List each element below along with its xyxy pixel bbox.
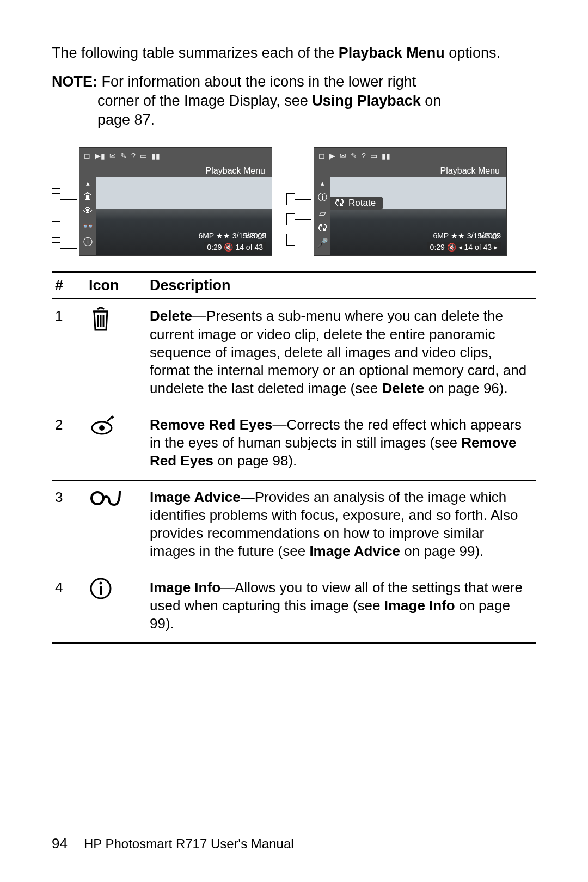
note-line2-pre: corner of the Image Display, see (97, 93, 312, 109)
page-footer: 94 HP Photosmart R717 User's Manual (52, 808, 536, 852)
mail-icon: ✉ (109, 151, 116, 160)
rotate-icon: 🗘 (335, 198, 344, 209)
row-num: 4 (52, 571, 85, 644)
table-row: 2 Remove Red Eyes—Corrects the red effec… (52, 408, 536, 480)
options-table: # Icon Description 1 (52, 271, 536, 644)
row-num: 2 (52, 408, 85, 480)
callouts-right (286, 147, 311, 246)
overlay-bottom: 0:29 🔇 14 of 43 (204, 242, 266, 252)
header-icon: Icon (85, 272, 146, 299)
manual-page: The following table summarizes each of t… (0, 0, 588, 882)
overlay-mid: 6MP ★★ 3/15/2005 (198, 231, 266, 240)
panorama-icon: ▱ (319, 207, 326, 219)
row-desc: Remove Red Eyes—Corrects the red effect … (146, 408, 536, 480)
glasses-icon (85, 480, 146, 571)
help-icon: ? (362, 151, 366, 160)
info-icon: ⓘ (318, 191, 327, 204)
intro-pre: The following table summarizes each of t… (52, 45, 339, 61)
setup-icon: ✎ (351, 151, 357, 160)
play-icon: ▶ (329, 151, 335, 160)
rotate-highlight: 🗘 Rotate (330, 197, 383, 210)
lcd-title: Playback Menu (314, 164, 506, 177)
footer-title: HP Photosmart R717 User's Manual (84, 836, 294, 852)
sd-icon: ▭ (370, 151, 377, 160)
row-desc: Image Info—Allows you to view all of the… (146, 571, 536, 644)
overlay-bottom: 0:29 🔇 ◂ 14 of 43 ▸ (427, 242, 501, 252)
glasses-icon: 👓 (82, 220, 94, 232)
table-row: 1 Delete—Presents a sub-menu where you c… (52, 299, 536, 408)
setup-icon: ✎ (120, 151, 127, 160)
help-icon: ? (131, 151, 136, 160)
svg-point-1 (99, 425, 105, 431)
lcd-screenshot-1: ◻ ▶▮ ✉ ✎ ? ▭ ▮▮ Playback Menu ▴ 🗑 👁 (79, 147, 272, 256)
header-desc: Description (146, 272, 536, 299)
rotate-icon: 🗘 (318, 223, 327, 234)
screenshot-row: ◻ ▶▮ ✉ ✎ ? ▭ ▮▮ Playback Menu ▴ 🗑 👁 (52, 147, 536, 256)
note-paragraph: NOTE: For information about the icons in… (52, 72, 536, 130)
note-line3: page 87. (97, 111, 536, 130)
camera-icon: ◻ (318, 151, 325, 160)
panorama-icon: ▱ (84, 252, 91, 256)
table-row: 3 Image Advice—Provides an analysis of t… (52, 480, 536, 571)
svg-point-4 (100, 581, 102, 584)
row-num: 3 (52, 480, 85, 571)
back-icon: ↺ (318, 253, 326, 256)
sd-icon: ▭ (140, 151, 147, 160)
battery-icon: ▮▮ (151, 151, 160, 160)
row-desc: Image Advice—Provides an analysis of the… (146, 480, 536, 571)
page-number: 94 (52, 835, 68, 852)
rotate-label: Rotate (348, 198, 376, 209)
svg-rect-5 (100, 586, 102, 595)
overlay-mid: 6MP ★★ 3/15/2005 (433, 231, 501, 240)
note-line1: For information about the icons in the l… (102, 74, 416, 90)
intro-bold: Playback Menu (339, 45, 445, 61)
camera-icon: ◻ (84, 151, 90, 160)
mic-icon: 🎤 (317, 237, 328, 249)
header-num: # (52, 272, 85, 299)
note-line2-post: on (421, 93, 442, 109)
info-icon (85, 571, 146, 644)
redeye-icon: 👁 (83, 206, 93, 217)
redeye-icon (85, 408, 146, 480)
intro-post: options. (445, 45, 500, 61)
svg-point-2 (91, 492, 103, 504)
table-row: 4 Image Info—Allows you to view all of t… (52, 571, 536, 644)
note-label: NOTE: (52, 74, 97, 90)
callouts-left (52, 147, 77, 254)
lcd-title: Playback Menu (79, 164, 272, 177)
row-num: 1 (52, 299, 85, 408)
trash-icon (85, 299, 146, 408)
row-desc: Delete—Presents a sub-menu where you can… (146, 299, 536, 408)
lcd-screenshot-2: ◻ ▶ ✉ ✎ ? ▭ ▮▮ Playback Menu ▴ ⓘ ▱ 🗘 (314, 147, 507, 256)
battery-icon: ▮▮ (382, 151, 390, 160)
play-icon: ▶▮ (95, 151, 105, 160)
mail-icon: ✉ (340, 151, 346, 160)
info-icon: ⓘ (83, 236, 93, 248)
trash-icon: 🗑 (83, 191, 93, 202)
intro-paragraph: The following table summarizes each of t… (52, 44, 536, 63)
note-line2-bold: Using Playback (312, 93, 421, 109)
